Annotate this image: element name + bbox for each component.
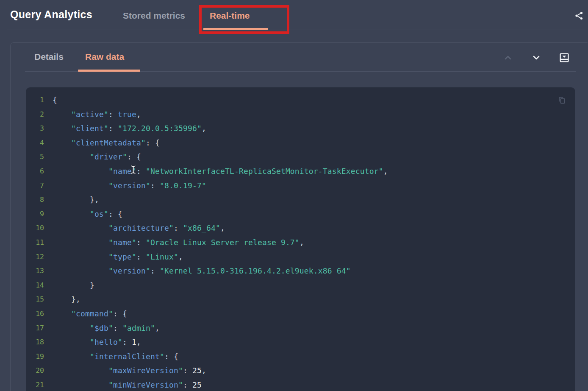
tab-real-time[interactable]: Real-time xyxy=(210,11,250,21)
code-line: 15 }, xyxy=(26,292,575,307)
code-viewer: 1{2 "active": true,3 "client": "172.20.0… xyxy=(26,87,575,391)
code-line: 4 "clientMetadata": { xyxy=(26,136,575,150)
code-line: 1{ xyxy=(26,93,575,107)
line-content: "os": { xyxy=(44,207,122,221)
tab-raw-data-underline xyxy=(78,70,140,72)
share-icon[interactable] xyxy=(574,11,584,21)
code-line: 20 "maxWireVersion": 25, xyxy=(26,363,575,378)
line-content: "active": true, xyxy=(44,107,141,122)
code-line: 6 "name": "NetworkInterfaceTL-ReplicaSet… xyxy=(26,164,575,179)
line-number: 7 xyxy=(26,179,44,193)
line-number: 18 xyxy=(26,335,44,349)
code-line: 16 "command": { xyxy=(26,307,575,321)
line-content: }, xyxy=(44,292,80,307)
app-header: Query Analytics Stored metrics Real-time xyxy=(0,0,588,30)
page: { "header": { "title": "Query Analytics"… xyxy=(0,0,588,391)
line-number: 10 xyxy=(26,221,44,235)
archive-icon[interactable] xyxy=(559,53,569,63)
line-number: 19 xyxy=(26,349,44,364)
code-line: 11 "name": "Oracle Linux Server release … xyxy=(26,235,575,250)
line-content: "client": "172.20.0.5:35996", xyxy=(44,121,206,136)
line-content: "driver": { xyxy=(44,150,141,164)
line-number: 11 xyxy=(26,235,44,250)
header-divider xyxy=(7,30,585,30)
code-lines: 1{2 "active": true,3 "client": "172.20.0… xyxy=(26,87,575,391)
tab-real-time-underline xyxy=(203,28,268,30)
line-content: "minWireVersion": 25 xyxy=(44,378,202,391)
code-line: 13 "version": "Kernel 5.15.0-316.196.4.2… xyxy=(26,264,575,278)
code-line: 21 "minWireVersion": 25 xyxy=(26,378,575,391)
line-number: 5 xyxy=(26,150,44,164)
line-content: "name": "Oracle Linux Server release 9.7… xyxy=(44,235,304,250)
code-line: 5 "driver": { xyxy=(26,150,575,164)
code-line: 18 "hello": 1, xyxy=(26,335,575,349)
line-number: 1 xyxy=(26,93,44,107)
line-number: 17 xyxy=(26,321,44,335)
line-content: "version": "8.0.19-7" xyxy=(44,179,206,193)
line-number: 4 xyxy=(26,136,44,150)
line-content: "hello": 1, xyxy=(44,335,141,349)
line-number: 16 xyxy=(26,307,44,321)
line-content: "version": "Kernel 5.15.0-316.196.4.2.el… xyxy=(44,264,351,278)
code-line: 10 "architecture": "x86_64", xyxy=(26,221,575,235)
line-number: 9 xyxy=(26,207,44,221)
chevron-up-icon[interactable] xyxy=(503,53,513,63)
line-content: }, xyxy=(44,193,99,207)
line-content: "name": "NetworkInterfaceTL-ReplicaSetMo… xyxy=(44,164,388,179)
chevron-down-icon[interactable] xyxy=(531,53,541,63)
details-panel: Details Raw data 1{2 "active": true,3 "c… xyxy=(10,42,588,391)
copy-icon[interactable] xyxy=(557,96,566,105)
line-number: 21 xyxy=(26,378,44,391)
line-content: { xyxy=(44,93,57,107)
line-number: 12 xyxy=(26,250,44,264)
code-line: 9 "os": { xyxy=(26,207,575,221)
line-number: 2 xyxy=(26,107,44,122)
line-content: "command": { xyxy=(44,307,127,321)
code-line: 12 "type": "Linux", xyxy=(26,250,575,264)
code-line: 3 "client": "172.20.0.5:35996", xyxy=(26,121,575,136)
code-line: 19 "internalClient": { xyxy=(26,349,575,364)
tab-stored-metrics[interactable]: Stored metrics xyxy=(123,11,185,21)
line-number: 13 xyxy=(26,264,44,278)
line-number: 14 xyxy=(26,278,44,293)
tab-raw-data[interactable]: Raw data xyxy=(85,52,124,62)
line-content: "clientMetadata": { xyxy=(44,136,160,150)
line-content: "type": "Linux", xyxy=(44,250,183,264)
line-number: 15 xyxy=(26,292,44,307)
line-content: } xyxy=(44,278,94,293)
code-line: 8 }, xyxy=(26,193,575,207)
line-number: 20 xyxy=(26,363,44,378)
tab-details[interactable]: Details xyxy=(34,52,64,62)
code-line: 14 } xyxy=(26,278,575,293)
code-line: 7 "version": "8.0.19-7" xyxy=(26,179,575,193)
line-number: 8 xyxy=(26,193,44,207)
line-content: "internalClient": { xyxy=(44,349,178,364)
line-number: 6 xyxy=(26,164,44,179)
line-content: "architecture": "x86_64", xyxy=(44,221,225,235)
line-content: "$db": "admin", xyxy=(44,321,160,335)
page-title: Query Analytics xyxy=(10,8,92,21)
line-number: 3 xyxy=(26,121,44,136)
code-line: 2 "active": true, xyxy=(26,107,575,122)
line-content: "maxWireVersion": 25, xyxy=(44,363,206,378)
code-line: 17 "$db": "admin", xyxy=(26,321,575,335)
